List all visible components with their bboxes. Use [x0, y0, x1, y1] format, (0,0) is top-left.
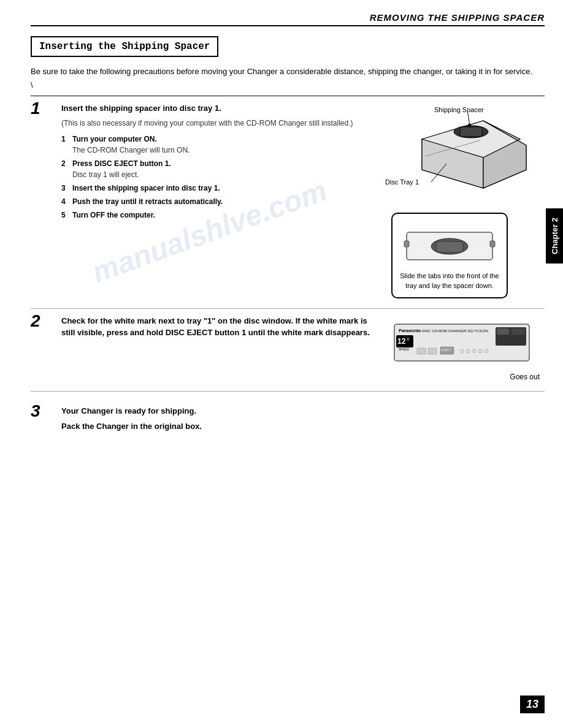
step-3-title: Your Changer is ready for shipping. — [61, 405, 545, 417]
substep-5-label: Turn OFF the computer. — [72, 210, 155, 221]
substep-list: 1 Turn your computer ON.The CD-ROM Chang… — [61, 134, 367, 221]
svg-point-30 — [478, 349, 482, 353]
step-1-number: 1 — [31, 100, 55, 117]
step-1-top-diagram: Shipping Spacer Disc Tray 1 — [373, 102, 538, 200]
step-3-number: 3 — [31, 403, 55, 420]
slide-tabs-text: Slide the tabs into the front of the tra… — [397, 271, 502, 290]
substep-1-label: Turn your computer ON. — [72, 135, 157, 143]
page: REMOVING THE SHIPPING SPACER Inserting t… — [0, 0, 563, 728]
svg-rect-14 — [490, 241, 495, 247]
svg-text:SPEED: SPEED — [399, 347, 409, 351]
svg-rect-35 — [511, 328, 525, 335]
svg-point-29 — [472, 349, 476, 353]
svg-rect-12 — [436, 241, 463, 252]
substep-4-label: Push the tray until it retracts automati… — [72, 196, 223, 207]
svg-text:Panasonic: Panasonic — [399, 328, 420, 333]
goes-out-label: Goes out — [385, 373, 545, 381]
substep-1-text: The CD-ROM Changer will turn ON. — [72, 146, 190, 154]
step-2-title: Check for the white mark next to tray "1… — [61, 315, 379, 339]
svg-point-28 — [466, 349, 470, 353]
svg-point-31 — [484, 349, 488, 353]
substep-1: 1 Turn your computer ON.The CD-ROM Chang… — [61, 134, 367, 156]
step-3-content: Your Changer is ready for shipping. Pack… — [61, 405, 545, 436]
svg-rect-23 — [428, 348, 437, 354]
svg-rect-22 — [417, 348, 426, 354]
step-1-detail-diagram — [400, 220, 499, 269]
substep-5: 5 Turn OFF the computer. — [61, 210, 367, 221]
substep-3: 3 Insert the shipping spacer into disc t… — [61, 183, 367, 194]
step-3-row: 3 Your Changer is ready for shipping. Pa… — [31, 398, 545, 442]
step-2-content: Check for the white mark next to tray "1… — [61, 315, 379, 343]
svg-text:5-DISC CD-ROM CHANGER SQ-TC31S: 5-DISC CD-ROM CHANGER SQ-TC31SN — [419, 329, 488, 333]
step-1-image: Shipping Spacer Disc Tray 1 — [373, 102, 545, 298]
section-box: Inserting the Shipping Spacer — [31, 36, 218, 57]
svg-point-27 — [460, 349, 464, 353]
page-title: REMOVING THE SHIPPING SPACER — [370, 12, 545, 23]
svg-rect-34 — [497, 328, 509, 335]
section-title: Inserting the Shipping Spacer — [39, 41, 210, 52]
substep-3-label: Insert the shipping spacer into disc tra… — [72, 183, 220, 194]
step-2-device-diagram: Panasonic 5-DISC CD-ROM CHANGER SQ-TC31S… — [391, 315, 538, 370]
svg-text:X: X — [407, 337, 410, 341]
substep-2-num: 2 — [61, 158, 72, 180]
step-1-title: Insert the shipping spacer into disc tra… — [61, 102, 367, 115]
svg-text:Shipping Spacer: Shipping Spacer — [434, 106, 484, 113]
substep-1-num: 1 — [61, 134, 72, 156]
substep-4: 4 Push the tray until it retracts automa… — [61, 196, 367, 207]
substep-4-num: 4 — [61, 196, 72, 207]
chapter-tab: Chapter 2 — [546, 208, 563, 264]
substep-3-num: 3 — [61, 183, 72, 194]
substep-5-num: 5 — [61, 210, 72, 221]
svg-text:CHANGER: CHANGER — [440, 352, 452, 355]
substep-2-text: Disc tray 1 will eject. — [72, 170, 139, 179]
intro-mark: \ — [31, 80, 545, 89]
svg-text:EJECT: EJECT — [442, 348, 451, 352]
intro-text: Be sure to take the following precaution… — [31, 66, 545, 78]
page-number: 13 — [520, 696, 545, 713]
step-3-subtitle: Pack the Changer in the original box. — [61, 420, 545, 433]
step-1-row: 1 Insert the shipping spacer into disc t… — [31, 102, 545, 309]
step-2-number: 2 — [31, 313, 55, 330]
step-1-desc: (This is also necessary if moving your c… — [61, 118, 367, 129]
svg-rect-13 — [404, 241, 409, 247]
page-header: REMOVING THE SHIPPING SPACER — [31, 12, 545, 26]
svg-text:12: 12 — [397, 337, 406, 346]
step-2-image: Panasonic 5-DISC CD-ROM CHANGER SQ-TC31S… — [385, 315, 545, 381]
step-2-row: 2 Check for the white mark next to tray … — [31, 315, 545, 392]
substep-2-label: Press DISC EJECT button 1. — [72, 159, 171, 168]
svg-text:Disc Tray 1: Disc Tray 1 — [385, 178, 419, 186]
step-1-content: Insert the shipping spacer into disc tra… — [61, 102, 367, 224]
divider-1 — [31, 96, 545, 96]
substep-2: 2 Press DISC EJECT button 1.Disc tray 1 … — [61, 158, 367, 180]
svg-line-6 — [468, 113, 470, 126]
svg-rect-5 — [460, 127, 482, 137]
